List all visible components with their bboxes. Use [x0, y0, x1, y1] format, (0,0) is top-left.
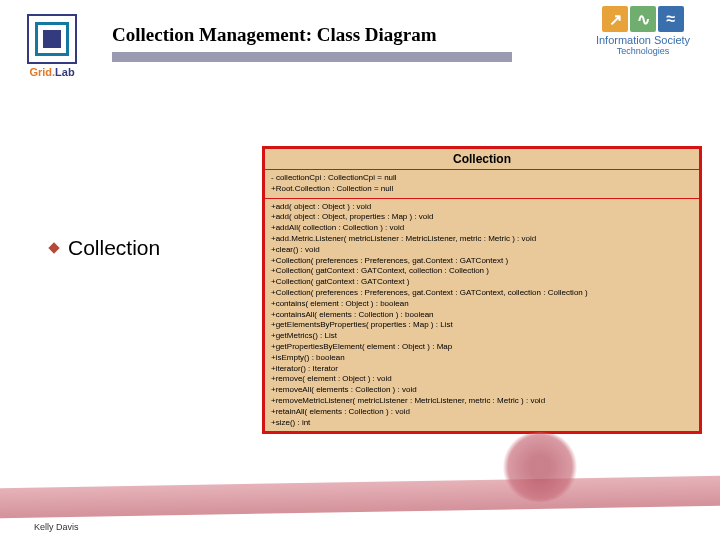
ist-glyph-3: ≈ [658, 6, 684, 32]
uml-operation-line: +addAll( collection : Collection ) : voi… [271, 223, 693, 234]
uml-operation-line: +contains( element : Object ) : boolean [271, 299, 693, 310]
uml-operation-line: +removeAll( elements : Collection ) : vo… [271, 385, 693, 396]
uml-operation-line: +add( object : Object, properties : Map … [271, 212, 693, 223]
uml-operation-line: +size() : int [271, 418, 693, 429]
uml-attributes: - collectionCpi : CollectionCpi = null+R… [265, 170, 699, 199]
uml-operation-line: +remove( element : Object ) : void [271, 374, 693, 385]
uml-operation-line: +clear() : void [271, 245, 693, 256]
header: Grid.Lab Collection Management: Class Di… [0, 0, 720, 86]
gridlab-icon [27, 14, 77, 64]
uml-attribute-line: +Root.Collection : Collection = null [271, 184, 693, 195]
bullet-text: Collection [68, 236, 160, 260]
title-underline [112, 52, 512, 62]
bullet-item: Collection [50, 236, 160, 260]
ist-logo-line1: Information Society [596, 34, 690, 46]
gridlab-logo-text: Grid.Lab [29, 66, 74, 78]
uml-operation-line: +add( object : Object ) : void [271, 202, 693, 213]
title-area: Collection Management: Class Diagram [92, 6, 578, 62]
bullet-icon [48, 242, 59, 253]
uml-operation-line: +getPropertiesByElement( element : Objec… [271, 342, 693, 353]
gridlab-logo: Grid.Lab [12, 6, 92, 86]
uml-operation-line: +Collection( preferences : Preferences, … [271, 288, 693, 299]
ist-logo: ↗ ∿ ≈ Information Society Technologies [578, 6, 708, 86]
uml-operation-line: +isEmpty() : boolean [271, 353, 693, 364]
uml-operations: +add( object : Object ) : void+add( obje… [265, 199, 699, 432]
uml-operation-line: +Collection( gatContext : GATContext, co… [271, 266, 693, 277]
uml-attribute-line: - collectionCpi : CollectionCpi = null [271, 173, 693, 184]
ist-logo-line2: Technologies [617, 46, 670, 56]
uml-operation-line: +Collection( gatContext : GATContext ) [271, 277, 693, 288]
uml-class-box: Collection - collectionCpi : CollectionC… [262, 146, 702, 434]
uml-operation-line: +getMetrics() : List [271, 331, 693, 342]
page-title: Collection Management: Class Diagram [112, 24, 578, 46]
uml-operation-line: +Collection( preferences : Preferences, … [271, 256, 693, 267]
ist-logo-glyphs: ↗ ∿ ≈ [602, 6, 684, 32]
content-area: Collection Collection - collectionCpi : … [0, 86, 720, 466]
uml-operation-line: +iterator() : Iterator [271, 364, 693, 375]
uml-operation-line: +add.Metric.Listener( metricListener : M… [271, 234, 693, 245]
uml-operation-line: +containsAll( elements : Collection ) : … [271, 310, 693, 321]
ist-glyph-2: ∿ [630, 6, 656, 32]
uml-class-name: Collection [265, 149, 699, 170]
ist-glyph-1: ↗ [602, 6, 628, 32]
uml-operation-line: +removeMetricListener( metricListener : … [271, 396, 693, 407]
author-label: Kelly Davis [34, 522, 79, 532]
uml-operation-line: +getElementsByProperties( properties : M… [271, 320, 693, 331]
uml-operation-line: +retainAll( elements : Collection ) : vo… [271, 407, 693, 418]
